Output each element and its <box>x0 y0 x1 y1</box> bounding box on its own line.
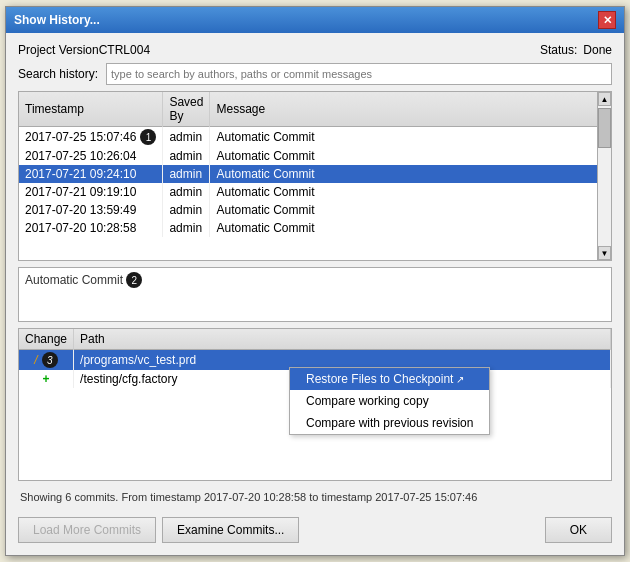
context-menu-item[interactable]: Restore Files to Checkpoint ↗ <box>290 368 489 390</box>
col-message: Message <box>210 92 611 127</box>
ok-button[interactable]: OK <box>545 517 612 543</box>
commit-message-text: Automatic Commit <box>25 273 123 287</box>
files-section: Change Path /3/programs/vc_test.prd+/tes… <box>18 328 612 481</box>
status-row: Status: Done <box>540 43 612 57</box>
commit-message: Automatic Commit <box>210 165 611 183</box>
commit-timestamp: 2017-07-20 10:28:58 <box>19 219 163 237</box>
commit-timestamp: 2017-07-21 09:24:10 <box>19 165 163 183</box>
project-label: Project VersionCTRL004 <box>18 43 150 57</box>
context-menu: Restore Files to Checkpoint ↗Compare wor… <box>289 367 490 435</box>
commit-timestamp: 2017-07-21 09:19:10 <box>19 183 163 201</box>
commit-message: Automatic Commit <box>210 201 611 219</box>
scroll-thumb[interactable] <box>598 108 611 148</box>
status-label: Status: <box>540 43 577 57</box>
commit-message-badge: 2 <box>126 272 142 288</box>
col-path: Path <box>74 329 611 350</box>
commits-table-header: Timestamp Saved By Message <box>19 92 611 127</box>
scroll-down-arrow[interactable]: ▼ <box>598 246 611 260</box>
btn-group-left: Load More Commits Examine Commits... <box>18 517 299 543</box>
search-input[interactable] <box>106 63 612 85</box>
files-table-header: Change Path <box>19 329 611 350</box>
commit-saved-by: admin <box>163 165 210 183</box>
commit-saved-by: admin <box>163 201 210 219</box>
col-saved-by: Saved By <box>163 92 210 127</box>
commit-saved-by: admin <box>163 183 210 201</box>
col-change: Change <box>19 329 74 350</box>
status-footer-text: Showing 6 commits. From timestamp 2017-0… <box>20 491 477 503</box>
show-history-dialog: Show History... ✕ Project VersionCTRL004… <box>5 6 625 556</box>
dialog-body: Project VersionCTRL004 Status: Done Sear… <box>6 33 624 555</box>
bottom-buttons: Load More Commits Examine Commits... OK <box>18 513 612 545</box>
commit-saved-by: admin <box>163 219 210 237</box>
commit-message: Automatic Commit <box>210 147 611 165</box>
commit-timestamp: 2017-07-25 15:07:461 <box>19 127 163 148</box>
status-footer: Showing 6 commits. From timestamp 2017-0… <box>18 487 612 507</box>
commit-saved-by: admin <box>163 127 210 148</box>
search-row: Search history: <box>18 63 612 85</box>
commits-table-row[interactable]: 2017-07-25 10:26:04adminAutomatic Commit <box>19 147 611 165</box>
commits-scrollbar[interactable]: ▲ ▼ <box>597 92 611 260</box>
scroll-up-arrow[interactable]: ▲ <box>598 92 611 106</box>
context-menu-item[interactable]: Compare working copy <box>290 390 489 412</box>
commit-message: Automatic Commit <box>210 219 611 237</box>
commits-table-row[interactable]: 2017-07-20 10:28:58adminAutomatic Commit <box>19 219 611 237</box>
load-more-button[interactable]: Load More Commits <box>18 517 156 543</box>
context-menu-item[interactable]: Compare with previous revision <box>290 412 489 434</box>
examine-commits-button[interactable]: Examine Commits... <box>162 517 299 543</box>
commits-table-container: Timestamp Saved By Message 2017-07-25 15… <box>18 91 612 261</box>
search-label: Search history: <box>18 67 98 81</box>
col-timestamp: Timestamp <box>19 92 163 127</box>
commits-table-row[interactable]: 2017-07-20 13:59:49adminAutomatic Commit <box>19 201 611 219</box>
scroll-thumb-area <box>598 106 611 246</box>
commit-message-area: Automatic Commit 2 <box>18 267 612 322</box>
commit-timestamp: 2017-07-25 10:26:04 <box>19 147 163 165</box>
commit-saved-by: admin <box>163 147 210 165</box>
dialog-title: Show History... <box>14 13 100 27</box>
commit-message: Automatic Commit <box>210 127 611 148</box>
project-status-row: Project VersionCTRL004 Status: Done <box>18 43 612 57</box>
close-button[interactable]: ✕ <box>598 11 616 29</box>
commits-table: Timestamp Saved By Message 2017-07-25 15… <box>19 92 611 237</box>
file-change-icon: /3 <box>19 350 74 371</box>
commits-table-row[interactable]: 2017-07-25 15:07:461adminAutomatic Commi… <box>19 127 611 148</box>
commits-table-row[interactable]: 2017-07-21 09:24:10adminAutomatic Commit <box>19 165 611 183</box>
commit-timestamp: 2017-07-20 13:59:49 <box>19 201 163 219</box>
status-value: Done <box>583 43 612 57</box>
commit-message: Automatic Commit <box>210 183 611 201</box>
file-change-icon: + <box>19 370 74 388</box>
commits-table-row[interactable]: 2017-07-21 09:19:10adminAutomatic Commit <box>19 183 611 201</box>
title-bar: Show History... ✕ <box>6 7 624 33</box>
